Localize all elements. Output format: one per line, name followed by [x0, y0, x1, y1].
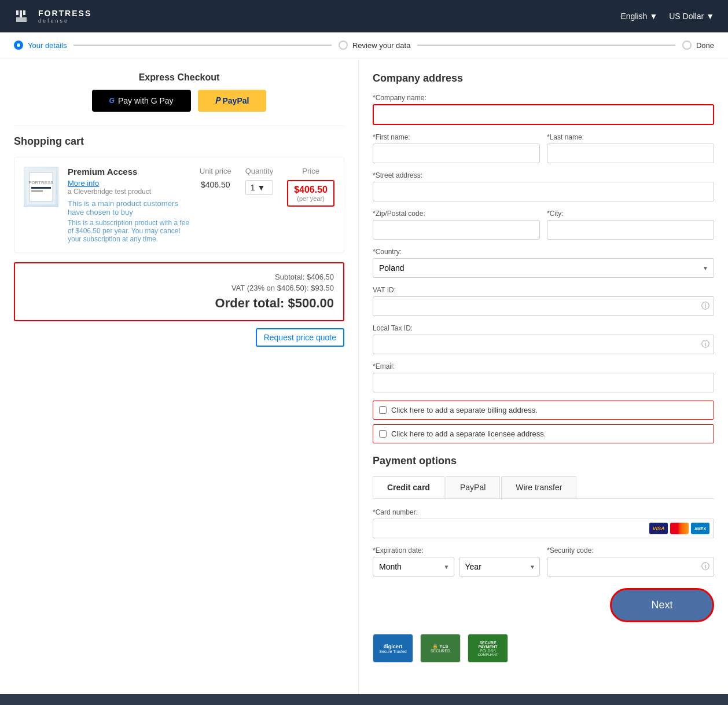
quantity-column: Quantity 1 ▼ — [245, 167, 273, 195]
subtotal-label: Subtotal: — [275, 273, 304, 281]
expiry-security-row: *Expiration date: Month Year — [373, 546, 714, 577]
unit-price-column: Unit price $406.50 — [200, 167, 231, 189]
request-quote-link[interactable]: Request price quote — [256, 328, 344, 347]
step-label-2: Review your data — [352, 41, 410, 50]
year-select[interactable]: Year — [459, 557, 541, 577]
visa-icon: VISA — [649, 523, 668, 534]
price-column: Price $406.50 (per year) — [287, 167, 334, 207]
product-image: FORTRESS — [24, 167, 58, 207]
vat-label: VAT ID: — [373, 286, 714, 294]
quantity-header: Quantity — [245, 167, 273, 175]
zip-label: *Zip/Postal code: — [373, 210, 540, 218]
svg-rect-1 — [20, 10, 22, 17]
subtotal-line: Subtotal: $406.50 — [24, 273, 334, 281]
city-group: *City: — [547, 210, 714, 240]
expiry-group: *Expiration date: Month Year — [373, 546, 540, 577]
unit-price-value: $406.50 — [200, 180, 231, 189]
expiry-label: *Expiration date: — [373, 546, 540, 555]
first-name-label: *First name: — [373, 133, 540, 141]
express-checkout-title: Express Checkout — [14, 72, 344, 83]
language-selector[interactable]: English ▼ — [620, 12, 657, 21]
currency-selector[interactable]: US Dollar ▼ — [669, 12, 714, 21]
cart-item: FORTRESS Premium Access More info a Clev… — [14, 157, 344, 253]
company-name-input[interactable] — [373, 104, 714, 125]
security-code-group: *Security code: ⓘ — [547, 546, 714, 577]
shopping-cart-section: Shopping cart FORTRESS Premium Access Mo… — [14, 135, 344, 347]
city-label: *City: — [547, 210, 714, 218]
month-select[interactable]: Month — [373, 557, 454, 577]
footer: Terms & Conditions Contact Right of Revo… — [0, 694, 728, 705]
licensee-address-checkbox-group: Click here to add a separate licensee ad… — [373, 424, 714, 443]
next-button[interactable]: Next — [610, 588, 714, 622]
main-container: Express Checkout G Pay with G Pay 𝘗 PayP… — [0, 58, 728, 694]
tab-paypal[interactable]: PayPal — [446, 476, 500, 498]
email-input[interactable] — [373, 373, 714, 392]
quantity-selector[interactable]: 1 ▼ — [245, 180, 273, 195]
tab-credit-card[interactable]: Credit card — [373, 476, 444, 498]
step-review: Review your data — [339, 41, 410, 50]
country-select[interactable]: Poland — [373, 258, 714, 278]
progress-bar: Your details Review your data Done — [0, 32, 728, 58]
more-info-link[interactable]: More info — [68, 179, 190, 188]
product-description-2: This is a subscription product with a fe… — [68, 219, 190, 243]
card-number-input-wrapper: VISA AMEX — [373, 519, 714, 538]
progress-line-2 — [417, 45, 675, 46]
logo: FORTRESS defense — [14, 7, 91, 25]
zip-input[interactable] — [373, 220, 540, 240]
last-name-label: *Last name: — [547, 133, 714, 141]
product-thumbnail: FORTRESS — [27, 170, 56, 204]
gpay-button[interactable]: G Pay with G Pay — [92, 90, 191, 112]
brand-name: FORTRESS defense — [38, 9, 91, 24]
street-label: *Street address: — [373, 171, 714, 179]
left-panel: Express Checkout G Pay with G Pay 𝘗 PayP… — [0, 58, 359, 694]
card-icons: VISA AMEX — [649, 523, 709, 534]
svg-rect-2 — [23, 10, 25, 15]
local-tax-label: Local Tax ID: — [373, 324, 714, 332]
svg-text:FORTRESS: FORTRESS — [28, 180, 53, 185]
zip-group: *Zip/Postal code: — [373, 210, 540, 240]
cart-columns: Unit price $406.50 Quantity 1 ▼ Price $ — [200, 167, 334, 207]
first-name-input[interactable] — [373, 144, 540, 163]
pci-badge: SECURE PAYMENT PCI DSS COMPLIANT — [468, 634, 508, 663]
local-tax-input-wrapper: ⓘ — [373, 335, 714, 354]
paypal-button[interactable]: 𝘗 PayPal — [198, 90, 267, 112]
price-highlight-box: $406.50 (per year) — [287, 180, 334, 207]
security-badges: digicert Secure Trusted 🔒 TLS SECURED SE… — [373, 634, 714, 663]
payment-tabs: Credit card PayPal Wire transfer — [373, 476, 714, 499]
product-description-1: This is a main product customers have ch… — [68, 199, 190, 216]
step-done: Done — [682, 41, 714, 50]
step-circle-1 — [14, 41, 23, 50]
card-number-group: *Card number: VISA AMEX — [373, 508, 714, 538]
tls-badge: 🔒 TLS SECURED — [420, 634, 461, 663]
email-label: *Email: — [373, 362, 714, 370]
express-buttons: G Pay with G Pay 𝘗 PayPal — [14, 90, 344, 112]
step-label-3: Done — [696, 41, 714, 50]
licensee-address-label: Click here to add a separate licensee ad… — [391, 429, 546, 438]
svg-rect-7 — [31, 187, 51, 189]
step-label-1: Your details — [28, 41, 67, 50]
street-input[interactable] — [373, 182, 714, 201]
street-group: *Street address: — [373, 171, 714, 201]
billing-address-checkbox-group: Click here to add a separate billing add… — [373, 401, 714, 420]
email-group: *Email: — [373, 362, 714, 392]
product-subtitle: a Cleverbridge test product — [68, 188, 190, 196]
tab-wire-transfer[interactable]: Wire transfer — [501, 476, 576, 498]
last-name-input[interactable] — [547, 144, 714, 163]
unit-price-header: Unit price — [200, 167, 231, 175]
country-label: *Country: — [373, 248, 714, 256]
country-select-wrapper: Poland — [373, 258, 714, 278]
billing-address-checkbox[interactable] — [379, 406, 387, 414]
payment-options-section: Payment options Credit card PayPal Wire … — [373, 455, 714, 663]
expiry-selects: Month Year — [373, 557, 540, 577]
city-input[interactable] — [547, 220, 714, 240]
licensee-address-checkbox[interactable] — [379, 430, 387, 438]
vat-input[interactable] — [373, 296, 714, 316]
local-tax-input[interactable] — [373, 335, 714, 354]
quantity-value: 1 — [251, 183, 255, 192]
product-name: Premium Access — [68, 167, 190, 177]
security-code-input[interactable] — [547, 557, 714, 577]
country-group: *Country: Poland — [373, 248, 714, 278]
quantity-chevron-icon: ▼ — [258, 183, 266, 192]
svg-rect-3 — [16, 17, 27, 22]
vat-input-wrapper: ⓘ — [373, 296, 714, 316]
